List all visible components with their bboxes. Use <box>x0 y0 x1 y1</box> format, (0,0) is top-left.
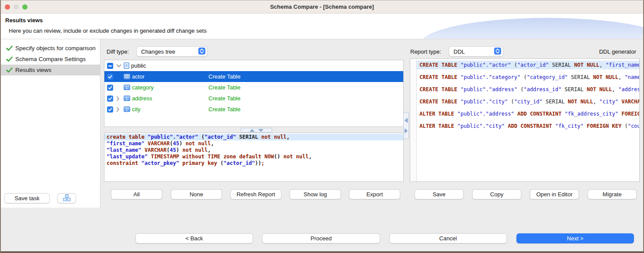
check-icon <box>6 45 13 51</box>
collapse-right-icon[interactable] <box>405 128 408 133</box>
changes-tree[interactable]: public actor Create Table <box>104 60 404 127</box>
wizard-header: Results views Here you can review, inclu… <box>1 14 643 39</box>
ddl-editor[interactable]: CREATE TABLE "public"."actor" ("actor_id… <box>410 58 640 182</box>
stacked-boxes-icon <box>62 194 71 203</box>
code-line: CREATE TABLE "public"."actor" ("actor_id… <box>417 61 639 69</box>
schema-compare-dialog: Schema Compare - [Schema compare] Result… <box>0 0 644 253</box>
diff-type-select[interactable]: Changes tree <box>136 46 208 57</box>
checkbox-checked[interactable] <box>107 74 113 80</box>
collapse-up-icon[interactable] <box>249 129 255 132</box>
all-button[interactable]: All <box>111 189 162 199</box>
editor-annotation-ruler <box>410 59 417 181</box>
all-button-label: All <box>133 191 139 198</box>
code-line: CREATE TABLE "public"."category" ("categ… <box>417 73 639 82</box>
cancel-button[interactable]: Cancel <box>389 233 507 243</box>
copy-button[interactable]: Copy <box>472 189 521 199</box>
show-log-button[interactable]: Show log <box>290 189 341 199</box>
sidebar-item-specify-objects[interactable]: Specify objects for comparison <box>1 43 100 54</box>
show-log-button-label: Show log <box>304 191 327 198</box>
sidebar-item-results-views[interactable]: Results views <box>1 65 100 75</box>
checkbox-checked[interactable] <box>107 85 113 91</box>
checkbox-checked[interactable] <box>107 96 113 102</box>
schema-document-icon <box>124 62 129 69</box>
collapse-left-icon[interactable] <box>405 118 408 123</box>
open-in-editor-button-label: Open in Editor <box>536 191 572 198</box>
page-title: Results views <box>5 17 43 24</box>
tree-row-actor[interactable]: actor Create Table <box>104 71 403 82</box>
ddl-code-area: CREATE TABLE "public"."actor" ("actor_id… <box>417 59 639 181</box>
check-icon <box>6 67 13 73</box>
code-line: constraint "actor_pkey" primary key ("ac… <box>104 160 403 167</box>
zoom-icon[interactable] <box>22 4 28 10</box>
sidebar-item-label: Schema Compare Settings <box>15 56 86 62</box>
tree-row-city[interactable]: city Create Table <box>104 104 403 115</box>
tree-node-label: public <box>131 62 146 69</box>
tree-node-label: actor <box>132 73 145 80</box>
chevron-right-icon[interactable] <box>116 96 124 101</box>
table-grid-icon <box>124 96 130 101</box>
code-line: ALTER TABLE "public"."city" ADD CONSTRAI… <box>417 122 639 130</box>
vertical-sash-handle[interactable] <box>403 112 409 139</box>
export-button-label: Export <box>367 191 383 198</box>
proceed-button[interactable]: Proceed <box>262 233 380 243</box>
open-in-editor-button[interactable]: Open in Editor <box>530 189 579 199</box>
tree-node-action: Create Table <box>208 106 240 113</box>
tree-row-address[interactable]: address Create Table <box>104 93 403 104</box>
next-button-label: Next > <box>567 235 584 242</box>
close-icon[interactable] <box>5 4 10 10</box>
sidebar-item-label: Results views <box>15 67 52 73</box>
proceed-button-label: Proceed <box>311 235 332 242</box>
save-button-label: Save <box>433 191 446 198</box>
save-button[interactable]: Save <box>415 189 464 199</box>
chevron-down-icon[interactable] <box>116 64 124 68</box>
none-button-label: None <box>190 191 203 198</box>
report-type-value: DDL <box>454 48 465 55</box>
code-line: "last_name" VARCHAR(45) not null, <box>104 147 403 154</box>
sidebar-item-compare-settings[interactable]: Schema Compare Settings <box>1 54 100 65</box>
table-grid-icon <box>124 85 130 90</box>
none-button[interactable]: None <box>171 189 222 199</box>
refresh-report-button[interactable]: Refresh Report <box>230 189 281 199</box>
copy-button-label: Copy <box>490 191 503 198</box>
code-line: CREATE TABLE "public"."city" ("city_id" … <box>417 97 639 106</box>
ddl-generator-label: DDL generator <box>599 48 636 55</box>
code-line: "first_name" VARCHAR(45) not null, <box>104 140 403 147</box>
code-line: ALTER TABLE "public"."address" ADD CONST… <box>417 109 639 118</box>
window-title: Schema Compare - [Schema compare] <box>1 0 643 13</box>
code-line: CREATE TABLE "public"."address" ("addres… <box>417 85 639 94</box>
next-button[interactable]: Next > <box>516 233 634 243</box>
stepper-chevrons-icon <box>198 48 205 56</box>
stepper-chevrons-icon <box>494 48 501 56</box>
title-bar: Schema Compare - [Schema compare] <box>1 0 643 14</box>
table-grid-icon <box>124 74 130 79</box>
check-icon <box>6 56 13 62</box>
tree-node-label: address <box>132 95 152 102</box>
horizontal-sash-handle[interactable] <box>241 128 272 133</box>
back-button-label: < Back <box>185 235 203 242</box>
checkbox-checked[interactable] <box>107 106 113 113</box>
tree-node-action: Create Table <box>208 73 240 80</box>
tree-node-label: city <box>132 106 141 113</box>
export-button[interactable]: Export <box>349 189 400 199</box>
save-task-label: Save task <box>14 195 39 202</box>
tree-row-category[interactable]: category Create Table <box>104 82 403 93</box>
code-line: create table "public"."actor" ("actor_id… <box>104 134 403 140</box>
code-line: "last_update" TIMESTAMP without TIME zon… <box>104 154 403 160</box>
migrate-button[interactable]: Migrate <box>588 189 637 199</box>
task-variables-button[interactable] <box>57 193 76 203</box>
sql-preview-editor[interactable]: create table "public"."actor" ("actor_id… <box>104 133 404 182</box>
back-button[interactable]: < Back <box>135 233 253 243</box>
report-type-select[interactable]: DDL <box>449 46 503 57</box>
tree-node-action: Create Table <box>208 84 240 91</box>
save-task-button[interactable]: Save task <box>4 193 50 203</box>
collapse-down-icon[interactable] <box>258 129 263 132</box>
chevron-right-icon[interactable] <box>116 107 124 112</box>
sidebar-item-label: Specify objects for comparison <box>15 45 96 51</box>
checkbox-indeterminate[interactable] <box>107 63 113 69</box>
diff-type-label: Diff type: <box>107 48 129 55</box>
tree-row-public[interactable]: public <box>104 60 403 71</box>
table-grid-icon <box>124 106 130 112</box>
header-decoration <box>420 18 643 39</box>
report-type-label: Report type: <box>410 48 441 55</box>
tree-node-action: Create Table <box>208 95 240 102</box>
